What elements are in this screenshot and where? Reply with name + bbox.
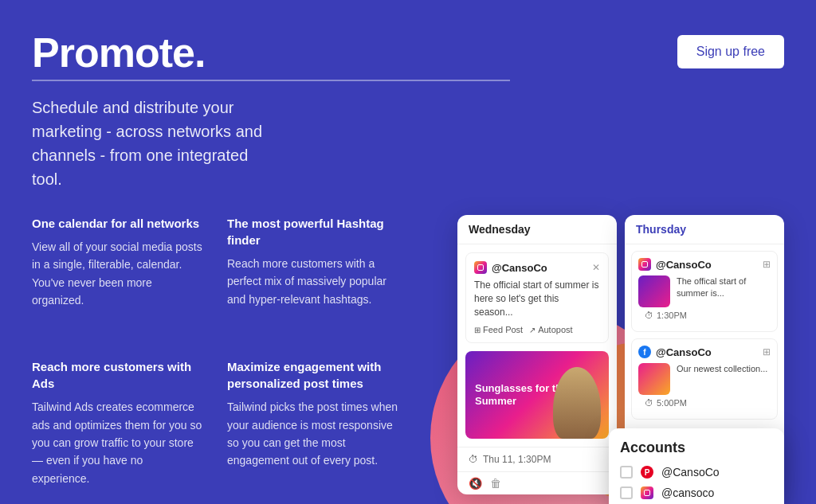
page-header: Promote. Sign up free — [0, 0, 816, 81]
close-icon[interactable]: ✕ — [592, 262, 600, 273]
feature-calendar-desc: View all of your social media posts in a… — [32, 238, 203, 310]
accounts-checkbox-0[interactable] — [625, 466, 633, 479]
title-underline — [32, 80, 510, 81]
thursday-post1-time: 1:30PM — [657, 311, 687, 320]
accounts-checkbox-1[interactable] — [625, 486, 633, 494]
main-content: One calendar for all networks View all o… — [0, 191, 816, 504]
thursday-post2-time: 5:00PM — [657, 398, 687, 408]
tag-feed: ⊞ Feed Post — [474, 325, 523, 334]
action-icon-2[interactable]: 🗑 — [490, 477, 501, 490]
signup-button[interactable]: Sign up free — [677, 35, 784, 68]
page-title: Promote. — [32, 32, 510, 81]
thursday-post1-info: The offical start of summer is... — [677, 275, 771, 300]
feature-calendar: One calendar for all networks View all o… — [32, 215, 203, 339]
thursday-post-2: f @CansoCo ⊞ Our newest collection... ⏱ … — [631, 338, 778, 420]
wednesday-post-1: @CansoCo ✕ The official start of summer … — [465, 252, 609, 343]
feature-ads: Reach more customers with Ads Tailwind A… — [32, 358, 203, 504]
post1-text: The official start of summer is here so … — [474, 279, 600, 318]
post1-tags: ⊞ Feed Post ↗ Autopost — [474, 325, 600, 334]
feature-engagement-title: Maximize engagement with personalized po… — [227, 358, 398, 392]
feature-engagement: Maximize engagement with personalized po… — [227, 358, 398, 504]
clock-icon-2: ⏱ — [645, 398, 653, 408]
thursday-post2-info: Our newest collection... — [677, 363, 771, 375]
accounts-row-0: P @CansoCo — [625, 466, 773, 479]
accounts-name-0: @CansoCo — [661, 466, 720, 479]
thursday-post1-inner: The offical start of summer is... — [638, 275, 771, 307]
ui-preview: Wednesday @CansoCo ✕ The official start … — [414, 215, 784, 504]
accounts-instagram-icon — [641, 486, 653, 494]
accounts-name-1: @cansoco — [661, 486, 714, 494]
wednesday-action-bar: 🔇 🗑 — [457, 471, 617, 494]
thursday-post2-header: f @CansoCo ⊞ — [638, 346, 771, 358]
thursday-thumb-1 — [638, 275, 670, 307]
facebook-icon: f — [638, 346, 651, 358]
pinterest-icon: P — [641, 466, 653, 479]
tag-autopost: ↗ Autopost — [529, 325, 572, 334]
instagram-icon — [474, 261, 487, 274]
feed-icon: ⊞ — [474, 326, 481, 334]
feature-ads-desc: Tailwind Ads creates ecommerce ads and o… — [32, 398, 203, 487]
thursday-panel: Thursday @CansoCo ⊞ The offical start of… — [625, 215, 784, 494]
clock-icon: ⏱ — [469, 454, 478, 465]
thursday-post-1: @CansoCo ⊞ The offical start of summer i… — [631, 251, 778, 332]
feature-engagement-desc: Tailwind picks the post times when your … — [227, 398, 398, 470]
sunglasses-card: Sunglasses for the Summer — [465, 351, 609, 439]
thursday-post1-header: @CansoCo ⊞ — [638, 258, 771, 271]
thursday-post2-time-row: ⏱ 5:00PM — [638, 395, 771, 412]
thursday-post1-account: @CansoCo — [656, 259, 758, 271]
action-icon-1[interactable]: 🔇 — [469, 477, 482, 490]
thursday-post1-text: The offical start of summer is... — [677, 275, 771, 300]
post1-account: @CansoCo — [492, 262, 587, 274]
accounts-panel: Accounts P @CansoCo @cansoco — [625, 428, 784, 494]
feature-hashtag-title: The most powerful Hashtag finder — [227, 215, 398, 248]
thursday-header: Thursday — [625, 215, 784, 244]
accounts-row-1: @cansoco — [625, 486, 773, 494]
thursday-instagram-icon — [638, 258, 651, 271]
post1-header: @CansoCo ✕ — [474, 261, 600, 274]
feature-hashtag-desc: Reach more customers with a perfect mix … — [227, 255, 398, 308]
logo-area: Promote. — [32, 32, 510, 81]
clock-icon-1: ⏱ — [645, 311, 653, 320]
accounts-title: Accounts — [625, 440, 773, 456]
grid-icon: ⊞ — [763, 259, 771, 270]
wednesday-time: Thu 11, 1:30PM — [483, 454, 551, 465]
feature-calendar-title: One calendar for all networks — [32, 215, 203, 232]
thursday-post2-text: Our newest collection... — [677, 363, 771, 375]
thursday-thumb-2 — [638, 363, 670, 395]
thursday-post2-inner: Our newest collection... — [638, 363, 771, 395]
thursday-post2-account: @CansoCo — [656, 346, 758, 358]
thursday-post1-time-row: ⏱ 1:30PM — [638, 307, 771, 325]
title-text: Promote. — [32, 29, 205, 76]
wednesday-header: Wednesday — [457, 215, 617, 244]
autopost-icon: ↗ — [529, 326, 536, 334]
wednesday-time-bar: ⏱ Thu 11, 1:30PM — [457, 447, 617, 471]
features-grid: One calendar for all networks View all o… — [32, 215, 398, 504]
subtitle-text: Schedule and distribute your marketing -… — [0, 81, 303, 191]
grid-icon-2: ⊞ — [763, 346, 771, 357]
wednesday-panel: Wednesday @CansoCo ✕ The official start … — [457, 215, 617, 494]
feature-ads-title: Reach more customers with Ads — [32, 358, 203, 392]
calendar-preview: Wednesday @CansoCo ✕ The official start … — [457, 215, 784, 494]
feature-hashtag: The most powerful Hashtag finder Reach m… — [227, 215, 398, 339]
